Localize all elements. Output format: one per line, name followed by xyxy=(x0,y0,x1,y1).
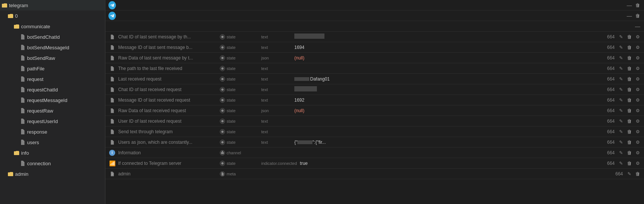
tree-label-response: response xyxy=(27,129,47,135)
right-panel: — — — xyxy=(105,0,644,204)
file-icon-response xyxy=(20,129,26,135)
trash-btn-botSendMessageId[interactable] xyxy=(626,44,633,51)
trash-btn-requestMessageId[interactable] xyxy=(626,97,633,104)
tree-label-admin: admin xyxy=(15,171,28,177)
gear-btn-info[interactable]: ⚙ xyxy=(634,149,641,156)
desc-requestChatId: Chat ID of last received request xyxy=(118,87,220,92)
tree-item-botSendRaw[interactable]: botSendRaw xyxy=(0,53,105,63)
gear-btn-requestChatId[interactable]: ⚙ xyxy=(634,86,641,93)
data-row-requestRaw: Raw Data of last received request state … xyxy=(105,105,644,116)
file-row-icon-requestChatId xyxy=(108,87,116,92)
edit-btn-botSendMessageId[interactable]: ✎ xyxy=(618,44,624,51)
gear-btn-botSendChatId[interactable]: ⚙ xyxy=(634,33,641,40)
data-row-request: Last received request state text Dafang0… xyxy=(105,74,644,84)
state-dot-users xyxy=(220,140,225,145)
gear-btn-requestUserId[interactable]: ⚙ xyxy=(634,118,641,125)
data-row-0: — xyxy=(105,11,644,21)
minimize-btn-telegram[interactable]: — xyxy=(626,2,633,9)
trash-btn-info[interactable] xyxy=(626,149,633,156)
tree-item-response[interactable]: response xyxy=(0,126,105,137)
actions-botSendChatId: ✎ ⚙ xyxy=(618,33,641,40)
minimize-btn-0[interactable]: — xyxy=(626,12,633,19)
actions-requestRaw: ✎ ⚙ xyxy=(618,107,641,114)
edit-btn-requestChatId[interactable]: ✎ xyxy=(618,86,624,93)
trash-btn-requestUserId[interactable] xyxy=(626,118,633,125)
trash-btn-request[interactable] xyxy=(626,76,633,82)
edit-btn-users[interactable]: ✎ xyxy=(618,139,624,146)
badge-requestUserId: state xyxy=(220,119,261,124)
data-type-request: text xyxy=(261,77,291,81)
edit-btn-response[interactable]: ✎ xyxy=(618,128,624,135)
trash-btn-pathFile[interactable] xyxy=(626,65,633,72)
tree-item-botSendMessageId[interactable]: botSendMessageId xyxy=(0,42,105,53)
tree-item-0[interactable]: 0 xyxy=(0,11,105,21)
gear-btn-users[interactable]: ⚙ xyxy=(634,139,641,146)
gear-btn-botSendMessageId[interactable]: ⚙ xyxy=(634,44,641,51)
tree-item-communicate[interactable]: communicate xyxy=(0,21,105,32)
data-type-requestMessageId: text xyxy=(261,98,291,102)
tree-item-requestMessageId[interactable]: requestMessageId xyxy=(0,95,105,105)
trash-btn-0[interactable] xyxy=(634,12,641,19)
minimize-btn-communicate[interactable]: — xyxy=(634,23,641,30)
edit-btn-info[interactable]: ✎ xyxy=(618,149,624,156)
type-label-requestMessageId: state xyxy=(227,98,245,102)
edit-btn-connection[interactable]: ✎ xyxy=(618,160,624,167)
value-requestMessageId: 1692 xyxy=(291,97,601,103)
tree-label-info: info xyxy=(21,150,29,156)
tree-item-requestChatId[interactable]: requestChatId xyxy=(0,84,105,95)
edit-btn-pathFile[interactable]: ✎ xyxy=(618,65,624,72)
badge-info: channel xyxy=(220,150,261,155)
edit-btn-botSendChatId[interactable]: ✎ xyxy=(618,33,624,40)
trash-btn-requestRaw[interactable] xyxy=(626,107,633,114)
tree-item-users[interactable]: users xyxy=(0,137,105,148)
value-requestChatId xyxy=(291,86,601,93)
gear-btn-request[interactable]: ⚙ xyxy=(634,76,641,82)
data-type-response: text xyxy=(261,129,291,134)
trash-btn-response[interactable] xyxy=(626,128,633,135)
gear-btn-response[interactable]: ⚙ xyxy=(634,128,641,135)
data-row-response: Send text through telegram state text 66… xyxy=(105,126,644,137)
trash-btn-requestChatId[interactable] xyxy=(626,86,633,93)
gear-btn-requestRaw[interactable]: ⚙ xyxy=(634,107,641,114)
tree-label-requestMessageId: requestMessageId xyxy=(27,97,67,103)
tree-item-connection[interactable]: connection xyxy=(0,158,105,169)
data-row-pathFile: The path to the last file received state… xyxy=(105,63,644,74)
edit-btn-requestMessageId[interactable]: ✎ xyxy=(618,97,624,104)
trash-btn-users[interactable] xyxy=(626,139,633,146)
actions-botSendMessageId: ✎ ⚙ xyxy=(618,44,641,51)
edit-btn-requestUserId[interactable]: ✎ xyxy=(618,118,624,125)
edit-btn-requestRaw[interactable]: ✎ xyxy=(618,107,624,114)
tree-item-request[interactable]: request xyxy=(0,74,105,84)
desc-admin: admin xyxy=(118,171,220,177)
trash-btn-botSendChatId[interactable] xyxy=(626,33,633,40)
meta-label-admin: meta xyxy=(227,172,257,176)
badge-pathFile: state xyxy=(220,66,261,71)
file-row-icon-request xyxy=(108,76,116,82)
tree-item-requestRaw[interactable]: requestRaw xyxy=(0,105,105,116)
trash-btn-telegram[interactable] xyxy=(634,2,641,9)
badge-admin: meta xyxy=(220,171,261,177)
edit-btn-request[interactable]: ✎ xyxy=(618,76,624,82)
edit-btn-botSendRaw[interactable]: ✎ xyxy=(618,55,624,61)
tree-item-info[interactable]: info xyxy=(0,148,105,158)
gear-btn-pathFile[interactable]: ⚙ xyxy=(634,65,641,72)
number-response: 664 xyxy=(601,129,615,134)
trash-btn-botSendRaw[interactable] xyxy=(626,55,633,61)
state-dot-connection xyxy=(220,161,225,166)
gear-btn-connection[interactable]: ⚙ xyxy=(634,160,641,167)
edit-btn-admin[interactable]: ✎ xyxy=(626,171,633,177)
tree-item-requestUserId[interactable]: requestUserId xyxy=(0,116,105,126)
tree-item-telegram[interactable]: telegram xyxy=(0,0,105,11)
tree-item-pathFile[interactable]: pathFile xyxy=(0,63,105,74)
svg-rect-2 xyxy=(14,25,19,29)
file-row-icon-requestMessageId xyxy=(108,97,116,103)
data-type-requestRaw: json xyxy=(261,108,291,113)
tree-item-admin[interactable]: admin xyxy=(0,169,105,179)
trash-btn-connection[interactable] xyxy=(626,160,633,167)
tree-item-botSendChatId[interactable]: botSendChatId xyxy=(0,32,105,42)
file-icon-pathFile xyxy=(20,65,26,72)
gear-btn-botSendRaw[interactable]: ⚙ xyxy=(634,55,641,61)
trash-btn-admin[interactable] xyxy=(634,171,641,177)
gear-btn-requestMessageId[interactable]: ⚙ xyxy=(634,97,641,104)
badge-requestMessageId: state xyxy=(220,97,261,103)
